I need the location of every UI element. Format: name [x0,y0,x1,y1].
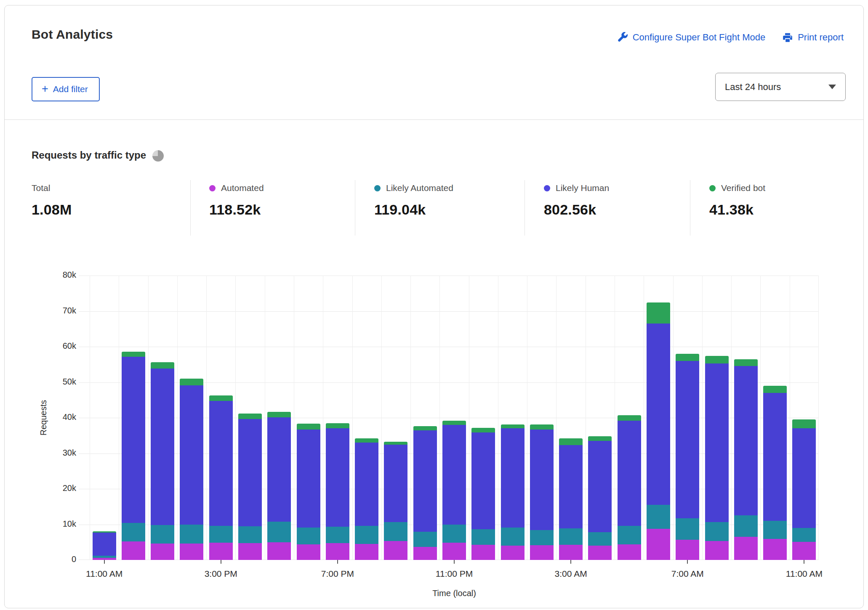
bar-segment [122,523,145,541]
v-gridline [410,276,411,560]
x-tick-label: 7:00 PM [321,569,354,579]
bar[interactable] [122,352,145,560]
bar-segment [501,528,525,546]
bar-segment [763,539,787,560]
bar[interactable] [559,438,583,560]
bar[interactable] [413,426,437,560]
y-tick-label: 80k [9,270,76,280]
bar-segment [588,532,612,546]
bar-segment [471,545,495,560]
plus-icon: + [42,83,48,95]
bot-analytics-card: Bot Analytics Configure Super Bot Fight … [4,5,864,608]
header-links: Configure Super Bot Fight Mode Print rep… [617,32,844,43]
bar-segment [676,354,699,361]
bar-segment [647,324,670,505]
v-gridline [702,276,703,560]
bar[interactable] [355,438,378,560]
bar[interactable] [151,362,174,560]
bar-segment [763,393,787,521]
bar[interactable] [297,424,320,560]
bar-segment [151,362,174,368]
bar[interactable] [180,379,203,560]
y-tick-label: 70k [9,306,76,316]
bar-segment [180,544,203,560]
bar-segment [384,541,407,560]
bar-segment [559,528,583,545]
bar-segment [326,428,349,527]
bar[interactable] [267,412,291,560]
bar-segment [355,526,378,544]
bar[interactable] [93,531,116,560]
requests-chart: Requests Time (local) 11:00 AM3:00 PM7:0… [5,276,863,608]
stat-automated-label: Automated [221,183,264,193]
time-range-value: Last 24 hours [725,82,781,93]
likely-human-dot-icon [544,185,550,191]
bar-segment [209,401,233,526]
v-gridline [148,276,149,560]
bar[interactable] [471,428,495,560]
bar[interactable] [442,421,466,560]
v-gridline [235,276,236,560]
x-tick-label: 3:00 PM [205,569,237,579]
v-gridline [818,276,819,560]
bar[interactable] [588,436,612,560]
v-gridline [527,276,527,560]
bar-segment [705,522,729,541]
stat-likely-automated: Likely Automated 119.04k [355,180,525,236]
wrench-icon [617,32,628,43]
v-gridline [90,276,90,560]
print-link-label: Print report [798,32,844,43]
bar[interactable] [238,414,262,560]
bar[interactable] [763,386,787,560]
bar[interactable] [501,424,525,560]
bar-segment [122,357,145,523]
bar[interactable] [705,356,729,560]
x-tick-label: 3:00 AM [555,569,587,579]
bar[interactable] [618,415,641,560]
bar[interactable] [676,354,699,560]
y-tick-label: 20k [9,483,76,493]
bar-segment [267,522,291,542]
automated-dot-icon [209,185,216,191]
v-gridline [731,276,732,560]
bar-segment [180,379,203,385]
bar-segment [297,528,320,544]
bar[interactable] [792,419,816,560]
y-tick-label: 60k [9,341,76,351]
x-tick-label: 7:00 AM [671,569,704,579]
verified-bot-dot-icon [709,185,716,191]
bar-segment [792,419,816,428]
stat-total-value: 1.08M [32,202,190,218]
v-gridline [119,276,119,560]
bar-segment [355,544,378,560]
bar-segment [588,436,612,441]
bar[interactable] [384,442,407,560]
traffic-type-summary: Total 1.08M Automated 118.52k Likely Aut… [32,180,851,236]
add-filter-button[interactable]: + Add filter [32,77,100,101]
bar-segment [238,419,262,526]
bar-segment [734,366,758,515]
section-title: Requests by traffic type [32,149,164,161]
time-range-select[interactable]: Last 24 hours [715,73,846,101]
bar-segment [647,302,670,324]
bar-segment [326,423,349,428]
v-gridline [790,276,790,560]
y-tick-label: 10k [9,519,76,529]
bar[interactable] [530,424,554,560]
x-tick [570,560,571,564]
bar[interactable] [326,423,349,560]
plot-area: Time (local) 11:00 AM3:00 PM7:00 PM11:00… [90,276,819,560]
bar-segment [238,543,262,560]
print-report-link[interactable]: Print report [782,32,844,43]
bar-segment [530,530,554,545]
header-divider [5,119,863,120]
bar-segment [151,525,174,544]
bar-segment [180,385,203,525]
bar[interactable] [647,302,670,560]
section-title-label: Requests by traffic type [32,149,146,161]
bar[interactable] [209,395,233,560]
bar[interactable] [734,359,758,560]
x-tick-label: 11:00 AM [786,569,823,579]
v-gridline [381,276,382,560]
configure-super-bot-fight-mode-link[interactable]: Configure Super Bot Fight Mode [617,32,766,43]
